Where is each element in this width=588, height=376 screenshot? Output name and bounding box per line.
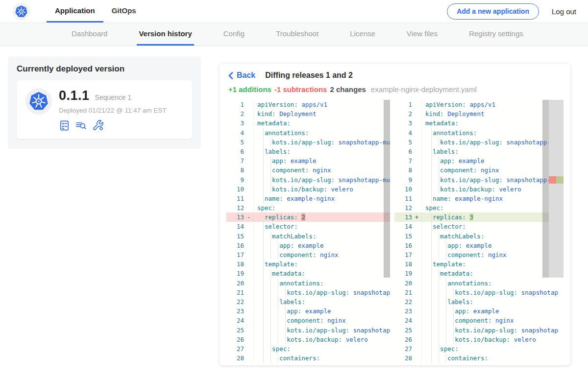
diff-line-17: 17 component: nginx — [226, 250, 390, 259]
deployed-card-title: Currently deployed version — [17, 64, 192, 74]
logout-button[interactable]: Log out — [552, 7, 576, 16]
back-button[interactable]: Back — [228, 71, 255, 80]
diff-line-18: 18 template: — [226, 259, 390, 269]
diff-line-10: 10 kots.io/backup: velero — [394, 185, 564, 194]
diff-line-3: 3metadata: — [394, 118, 564, 128]
line-number: 11 — [394, 194, 412, 203]
diff-sign-empty — [244, 203, 254, 212]
line-number: 24 — [226, 316, 244, 325]
diff-sign-empty — [244, 279, 254, 288]
tab-gitops[interactable]: GitOps — [103, 0, 145, 23]
diff-line-28: 28 containers: — [394, 353, 564, 363]
line-number: 27 — [394, 344, 412, 353]
release-notes-checklist-icon[interactable] — [59, 120, 70, 131]
line-number: 14 — [394, 222, 412, 231]
diff-sign-empty — [412, 118, 422, 128]
diff-panel: Back Diffing releases 1 and 2 +1 additio… — [220, 64, 570, 365]
diff-line-11: 11 name: example-nginx — [226, 194, 390, 203]
line-number: 25 — [394, 326, 412, 335]
diff-sign-empty — [244, 194, 254, 203]
line-number: 1 — [226, 100, 244, 109]
diff-line-6: 6 labels: — [394, 147, 564, 156]
app-subnav: DashboardVersion historyConfigTroublesho… — [0, 23, 588, 46]
diff-sign-empty — [412, 138, 422, 147]
deployed-timestamp: Deployed 01/21/22 @ 11:47 am EST — [59, 107, 167, 114]
diff-line-15: 15 matchLabels: — [226, 232, 390, 241]
top-header: ApplicationGitOps Add a new application … — [0, 0, 588, 23]
line-number: 14 — [226, 222, 244, 231]
diff-line-25: 25 kots.io/app-slug: snapshotap — [394, 326, 564, 335]
diff-sign-empty — [412, 353, 422, 363]
subnav-item-troubleshoot[interactable]: Troubleshoot — [274, 23, 320, 46]
add-new-application-button[interactable]: Add a new application — [447, 3, 539, 20]
subnav-item-config[interactable]: Config — [221, 23, 246, 46]
subnav-item-view-files[interactable]: View files — [405, 23, 440, 46]
diff-sign-empty — [412, 203, 422, 212]
version-action-icons — [59, 119, 167, 131]
diff-line-26: 26 kots.io/backup: velero — [394, 335, 564, 344]
diff-line-7: 7 app: example — [226, 156, 390, 165]
overview-deletion-marker — [549, 176, 556, 184]
configure-wrench-gear-icon[interactable] — [92, 119, 104, 131]
diff-sign-empty — [412, 326, 422, 335]
line-number: 8 — [226, 165, 244, 175]
subnav-item-registry-settings[interactable]: Registry settings — [467, 23, 525, 46]
view-logs-search-icon[interactable] — [75, 120, 87, 131]
diff-sign-empty — [244, 335, 254, 344]
diff-line-19: 19 metadata: — [394, 269, 564, 278]
line-number: 21 — [394, 288, 412, 297]
line-number: 15 — [226, 232, 244, 241]
scrollbar-thumb[interactable] — [384, 100, 390, 278]
line-number: 18 — [394, 259, 412, 269]
diff-line-10: 10 kots.io/backup: velero — [226, 185, 390, 194]
diff-sign-empty — [244, 109, 254, 118]
line-number: 22 — [394, 297, 412, 306]
diff-sign-empty — [244, 288, 254, 297]
diff-overview-ruler[interactable] — [549, 100, 564, 278]
diff-line-3: 3metadata: — [226, 118, 390, 128]
line-number: 20 — [226, 279, 244, 288]
line-number: 5 — [394, 138, 412, 147]
currently-deployed-card: Currently deployed version — [8, 56, 201, 149]
subnav-item-version-history[interactable]: Version history — [137, 23, 194, 46]
line-number: 19 — [226, 269, 244, 278]
diff-sign: + — [412, 212, 422, 222]
scrollbar-thumb[interactable] — [542, 100, 549, 278]
diff-line-14: 14 selector: — [226, 222, 390, 231]
line-number: 7 — [394, 156, 412, 165]
diff-line-25: 25 kots.io/app-slug: snapshotap — [226, 326, 390, 335]
diff-line-14: 14 selector: — [394, 222, 564, 231]
diff-line-8: 8 component: nginx — [394, 165, 564, 175]
diff-line-6: 6 labels: — [226, 147, 390, 156]
diff-sign-empty — [412, 288, 422, 297]
diff-sign-empty — [412, 259, 422, 269]
diff-line-5: 5 kots.io/app-slug: snapshotapp-mu — [226, 138, 390, 147]
diff-sign-empty — [412, 165, 422, 175]
diff-sign-empty — [244, 128, 254, 138]
app-logo[interactable] — [0, 0, 47, 23]
diff-sign-empty — [412, 194, 422, 203]
diff-line-23: 23 app: example — [394, 306, 564, 316]
line-number: 17 — [226, 250, 244, 259]
diff-line-2: 2kind: Deployment — [394, 109, 564, 118]
diff-line-15: 15 matchLabels: — [394, 232, 564, 241]
diff-line-27: 27 spec: — [394, 344, 564, 353]
diff-line-12: 12spec: — [394, 203, 564, 212]
diff-sign-empty — [244, 222, 254, 231]
line-number: 16 — [226, 241, 244, 250]
diff-line-13: 13- replicas: 2 — [226, 212, 390, 222]
subnav-item-license[interactable]: License — [348, 23, 377, 46]
diff-sign-empty — [244, 232, 254, 241]
diff-sign-empty — [244, 326, 254, 335]
line-number: 2 — [394, 109, 412, 118]
diff-stats: +1 additions -1 subtractions 2 changes e… — [226, 85, 564, 94]
subnav-item-dashboard[interactable]: Dashboard — [70, 23, 109, 46]
line-number: 23 — [226, 306, 244, 316]
diff-sign-empty — [412, 250, 422, 259]
diff-sign-empty — [412, 175, 422, 185]
diff-sign-empty — [412, 128, 422, 138]
tab-application[interactable]: Application — [47, 0, 103, 23]
diff-sign-empty — [412, 306, 422, 316]
diff-sign-empty — [412, 279, 422, 288]
line-number: 28 — [226, 353, 244, 363]
